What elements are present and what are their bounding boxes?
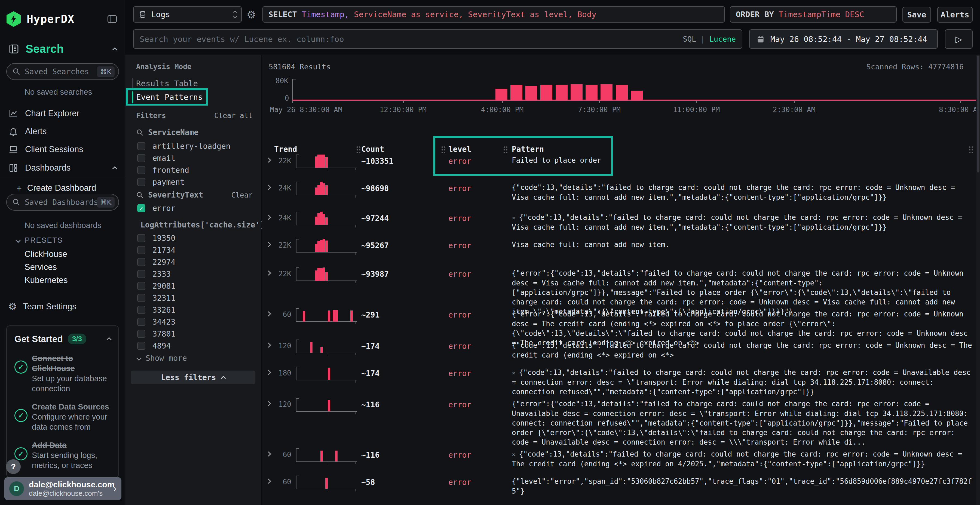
sidebar-item-team-settings[interactable]: ⚙ Team Settings — [8, 301, 76, 312]
checkbox[interactable] — [137, 294, 145, 302]
saved-dashboards-input[interactable]: ⌘K — [6, 194, 119, 211]
checkbox[interactable] — [137, 330, 145, 338]
alerts-button[interactable]: Alerts — [937, 7, 973, 22]
chevron-up-icon[interactable] — [107, 337, 111, 342]
filter-option[interactable]: payment — [137, 176, 185, 188]
pattern-text[interactable]: {"code":13,"details":"failed to charge c… — [512, 183, 975, 202]
table-row[interactable]: 60 ~58 error {"level":"error","span_id":… — [262, 473, 980, 498]
create-dashboard-button[interactable]: + Create Dashboard — [16, 182, 96, 194]
checkbox[interactable] — [137, 342, 145, 350]
table-row[interactable]: 24K ~97244 error × {"code":13,"details":… — [262, 210, 980, 237]
filter-option[interactable]: 19350 — [137, 232, 175, 244]
search-icon[interactable] — [136, 129, 144, 136]
table-row[interactable]: 22K ~95267 error Visa cache full: cannot… — [262, 237, 980, 265]
less-filters-button[interactable]: Less filters — [130, 371, 255, 384]
chevron-up-icon[interactable] — [112, 48, 117, 52]
table-row[interactable]: 24K ~98698 error {"code":13,"details":"f… — [262, 179, 980, 210]
source-select[interactable]: Logs — [133, 6, 242, 22]
checkbox[interactable] — [137, 154, 145, 162]
source-settings-gear-icon[interactable]: ⚙ — [247, 9, 256, 21]
checkbox[interactable] — [137, 142, 145, 150]
table-row[interactable]: 120 ~174 error {"code":13,"details":"fai… — [262, 337, 980, 365]
sidebar-item-chart-explorer[interactable]: Chart Explorer — [8, 106, 116, 120]
scrollbar[interactable] — [976, 55, 980, 505]
hyperdx-logo-icon[interactable] — [6, 11, 21, 27]
user-account-bar[interactable]: D dale@clickhouse.com dale@clickhouse.co… — [4, 477, 121, 500]
sidebar-item-search[interactable]: Search — [8, 41, 116, 57]
checkbox[interactable] — [137, 166, 145, 174]
filter-option[interactable]: 4894 — [137, 340, 171, 351]
filter-option[interactable]: frontend — [137, 164, 189, 176]
drag-handle-icon[interactable] — [356, 146, 358, 148]
pattern-text[interactable]: × {"code":13,"details":"failed to charge… — [512, 368, 975, 397]
filter-option[interactable]: 29081 — [137, 280, 175, 292]
show-more-link[interactable]: Show more — [137, 354, 187, 363]
get-started-item[interactable]: ✓ Create Data Sources Configure where yo… — [14, 402, 111, 432]
collapse-sidebar-icon[interactable] — [106, 13, 118, 25]
filter-option[interactable]: email — [137, 152, 175, 164]
sidebar-item-dashboards[interactable]: Dashboards — [8, 161, 116, 175]
table-row[interactable]: 120 ~116 error {"error":{"code":13,"deta… — [262, 396, 980, 446]
pattern-text[interactable]: × {"code":13,"details":"failed to charge… — [512, 213, 975, 232]
sql-toggle[interactable]: SQL — [683, 35, 696, 43]
drag-handle-icon[interactable] — [969, 146, 970, 148]
checkbox[interactable] — [137, 246, 145, 254]
filter-option[interactable]: 22974 — [137, 256, 175, 268]
query-language-toggle[interactable]: SQL | Lucene — [683, 35, 736, 43]
checkbox[interactable] — [137, 306, 145, 314]
filter-option[interactable]: 21734 — [137, 245, 175, 256]
pattern-text[interactable]: {"error":{"code":13,"details":"failed to… — [512, 399, 975, 447]
order-by-input[interactable]: ORDER BY TimestampTime DESC — [730, 6, 897, 22]
checkbox[interactable] — [137, 282, 145, 290]
clear-all-link[interactable]: Clear all — [214, 111, 253, 120]
saved-searches-field[interactable] — [25, 67, 97, 76]
chevron-up-icon[interactable] — [112, 166, 117, 171]
help-button[interactable]: ? — [6, 459, 21, 474]
saved-searches-input[interactable]: ⌘K — [6, 63, 119, 80]
checkbox[interactable] — [137, 318, 145, 326]
sidebar-item-alerts[interactable]: Alerts — [8, 125, 116, 138]
preset-clickhouse[interactable]: ClickHouse — [24, 249, 67, 259]
table-row[interactable]: 22K ~93987 error {"error":{"code":13,"de… — [262, 265, 980, 306]
get-started-item[interactable]: ✓ Add Data Start sending logs, metrics, … — [14, 440, 111, 470]
sidebar-item-client-sessions[interactable]: Client Sessions — [8, 143, 116, 156]
table-row[interactable]: 180 ~174 error × {"code":13,"details":"f… — [262, 365, 980, 396]
filter-option[interactable]: artillery-loadgen — [137, 140, 231, 152]
filter-option[interactable]: 37801 — [137, 328, 175, 340]
divider — [0, 177, 125, 178]
filter-option[interactable]: 32311 — [137, 292, 175, 304]
checkbox[interactable] — [137, 270, 145, 278]
save-button[interactable]: Save — [902, 7, 931, 22]
filter-option-checked[interactable]: ✓error — [137, 202, 175, 214]
run-query-button[interactable]: ▷ — [945, 29, 973, 49]
table-row[interactable]: 60 ~291 error {"error":{"code":13,"detai… — [262, 306, 980, 337]
pattern-text[interactable]: Visa cache full: cannot add new item. — [512, 240, 975, 250]
search-input[interactable] — [140, 35, 683, 44]
sql-select-input[interactable]: SELECT Timestamp, ServiceName as service… — [262, 6, 725, 22]
checkbox[interactable] — [137, 178, 145, 186]
preset-kubernetes[interactable]: Kubernetes — [24, 275, 68, 285]
pattern-text[interactable]: {"code":13,"details":"failed to charge c… — [512, 341, 975, 360]
lucene-toggle[interactable]: Lucene — [709, 35, 736, 43]
saved-dashboards-field[interactable] — [25, 198, 97, 207]
table-row[interactable]: 60 ~116 error × {"code":13,"details":"fa… — [262, 446, 980, 473]
filter-option[interactable]: 33261 — [137, 304, 175, 316]
presets-toggle[interactable]: PRESETS — [16, 236, 63, 245]
preset-services[interactable]: Services — [24, 262, 57, 272]
get-started-item[interactable]: ✓ Connect to ClickHouse Set up your data… — [14, 353, 111, 394]
table-row[interactable]: 22K ~103351 error Failed to place order — [262, 152, 980, 179]
step-title: Add Data — [32, 440, 111, 450]
results-histogram[interactable]: 80K 0 May 26 8:30:00 AM12:30:00 PM4:00:0… — [262, 74, 980, 129]
filter-option[interactable]: 2333 — [137, 268, 171, 280]
search-icon[interactable] — [136, 191, 144, 199]
clear-link[interactable]: Clear — [231, 191, 253, 199]
checkbox[interactable] — [137, 234, 145, 242]
scrollbar-thumb[interactable] — [977, 56, 980, 173]
checkbox-checked[interactable]: ✓ — [137, 204, 145, 212]
lucene-search-bar[interactable]: SQL | Lucene — [133, 29, 742, 49]
checkbox[interactable] — [137, 258, 145, 266]
date-range-picker[interactable]: May 26 08:52:44 - May 27 08:52:44 — [749, 29, 938, 49]
pattern-text[interactable]: {"level":"error","span_id":"53060b827c62… — [512, 477, 975, 496]
pattern-text[interactable]: × {"code":13,"details":"failed to charge… — [512, 449, 975, 469]
filter-option[interactable]: 34423 — [137, 316, 175, 327]
